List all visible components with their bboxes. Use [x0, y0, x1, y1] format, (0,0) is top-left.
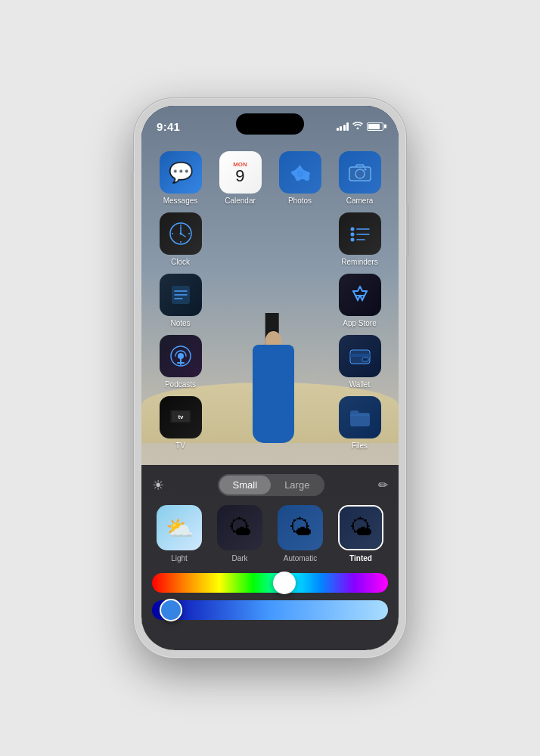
podcasts-label: Podcasts	[165, 380, 196, 389]
app-empty-8	[274, 396, 327, 450]
camera-icon	[339, 151, 381, 194]
size-selector-row: ☀ Small Large ✏	[152, 474, 388, 496]
style-light-preview: ⛅	[157, 505, 202, 550]
app-row-2: Clock	[151, 212, 389, 266]
app-empty-1	[214, 212, 267, 266]
app-messages[interactable]: 💬 Messages	[154, 151, 207, 205]
calendar-date: 9	[235, 168, 244, 184]
clock-label: Clock	[171, 258, 190, 266]
phone-screen: 9:41	[141, 106, 399, 650]
calendar-icon: MON 9	[219, 151, 262, 194]
notes-icon	[160, 274, 202, 316]
svg-point-18	[350, 238, 354, 242]
svg-line-9	[181, 234, 185, 237]
size-toggle: Small Large	[218, 474, 325, 496]
screen-content: 9:41	[141, 106, 399, 650]
size-large-button[interactable]: Large	[271, 476, 323, 494]
bottom-panel: ☀ Small Large ✏ ⛅ Lig	[141, 465, 399, 650]
app-files[interactable]: Files	[334, 396, 386, 450]
photos-label: Photos	[288, 197, 312, 205]
wallet-label: Wallet	[349, 380, 370, 389]
files-icon	[339, 396, 381, 438]
app-clock[interactable]: Clock	[154, 212, 207, 266]
svg-point-25	[178, 353, 184, 359]
svg-rect-31	[362, 358, 368, 361]
svg-point-16	[350, 233, 354, 237]
phone-device: 9:41	[134, 98, 406, 658]
wifi-icon	[352, 121, 363, 132]
app-empty-6	[274, 335, 327, 389]
style-dark-label: Dark	[231, 554, 247, 562]
battery-fill	[368, 124, 380, 129]
app-row-3: Notes	[151, 274, 389, 327]
app-empty-2	[274, 212, 327, 266]
tv-label: TV	[175, 442, 185, 450]
app-tv[interactable]: tv TV	[154, 396, 207, 450]
svg-text:tv: tv	[178, 414, 184, 420]
status-time: 9:41	[157, 120, 180, 133]
app-reminders[interactable]: Reminders	[334, 212, 386, 266]
app-notes[interactable]: Notes	[154, 274, 207, 327]
app-photos[interactable]: Photos	[274, 151, 327, 205]
appstore-icon	[339, 274, 381, 316]
color-slider-row	[152, 573, 388, 620]
blue-slider-thumb[interactable]	[160, 599, 182, 621]
style-dark[interactable]: 🌤 Dark	[213, 505, 267, 562]
svg-point-0	[297, 171, 303, 177]
app-podcasts[interactable]: Podcasts	[154, 335, 207, 389]
rainbow-slider[interactable]	[152, 573, 388, 593]
style-auto-preview: 🌤	[278, 505, 323, 550]
messages-icon: 💬	[160, 151, 202, 194]
size-small-button[interactable]: Small	[219, 476, 272, 494]
app-calendar[interactable]: MON 9 Calendar	[214, 151, 267, 205]
app-grid: 💬 Messages MON 9 Calendar	[141, 145, 399, 463]
style-auto-label: Automatic	[284, 554, 317, 562]
style-tinted[interactable]: 🌤 Tinted	[334, 505, 388, 562]
style-dark-preview: 🌤	[217, 505, 262, 550]
app-wallet[interactable]: Wallet	[334, 335, 386, 389]
camera-label: Camera	[346, 197, 374, 205]
notes-label: Notes	[170, 319, 190, 327]
app-appstore[interactable]: App Store	[334, 274, 386, 327]
app-row-4: Podcasts	[151, 335, 389, 389]
podcasts-icon	[160, 335, 202, 377]
svg-point-4	[357, 171, 363, 177]
icon-style-row: ⛅ Light 🌤 Dark	[152, 505, 388, 562]
messages-label: Messages	[163, 197, 198, 205]
files-label: Files	[352, 442, 368, 450]
reminders-icon	[339, 212, 381, 255]
svg-point-5	[364, 169, 366, 171]
photos-icon	[279, 151, 321, 194]
style-tinted-preview: 🌤	[338, 505, 383, 550]
clock-icon	[160, 212, 202, 255]
eyedropper-icon[interactable]: ✏	[378, 478, 388, 492]
brightness-icon: ☀	[152, 477, 164, 494]
wallet-icon	[339, 335, 381, 377]
style-tinted-label: Tinted	[349, 554, 372, 562]
appstore-label: App Store	[343, 319, 376, 327]
rainbow-slider-thumb[interactable]	[273, 572, 296, 594]
status-icons	[337, 121, 384, 132]
app-row-1: 💬 Messages MON 9 Calendar	[151, 151, 389, 205]
calendar-label: Calendar	[225, 197, 256, 205]
svg-rect-30	[350, 354, 370, 357]
signal-icon	[337, 122, 349, 131]
app-camera[interactable]: Camera	[334, 151, 386, 205]
reminders-label: Reminders	[341, 258, 377, 266]
svg-point-14	[350, 228, 354, 231]
style-light[interactable]: ⛅ Light	[152, 505, 206, 562]
app-empty-7	[214, 396, 267, 450]
style-light-label: Light	[171, 554, 188, 562]
style-automatic[interactable]: 🌤 Automatic	[273, 505, 327, 562]
blue-slider[interactable]	[152, 600, 388, 620]
tv-icon: tv	[160, 396, 202, 438]
dynamic-island	[236, 113, 304, 135]
battery-icon	[367, 122, 383, 131]
app-empty-4	[274, 274, 327, 327]
app-empty-3	[214, 274, 267, 327]
app-row-5: tv TV	[151, 396, 389, 450]
app-empty-5	[214, 335, 267, 389]
